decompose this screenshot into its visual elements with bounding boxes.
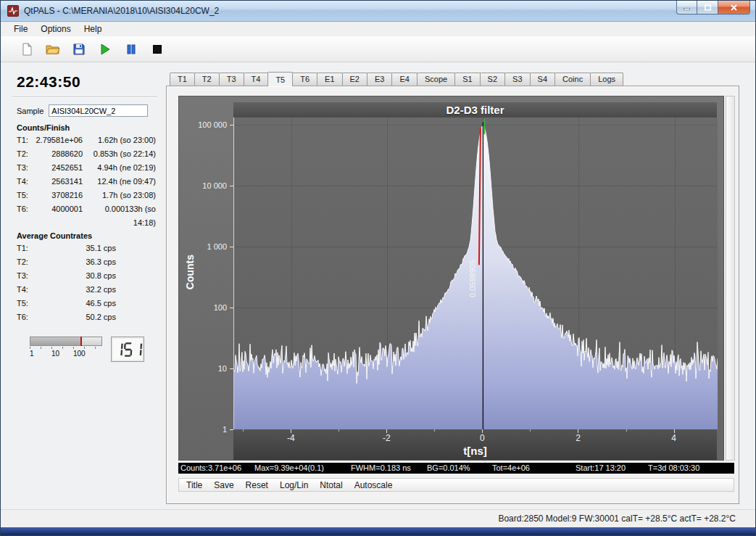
chart-xaxis: t[ns] -4-2024 — [233, 429, 717, 460]
tab-s4[interactable]: S4 — [530, 73, 555, 86]
minimize-button[interactable] — [676, 1, 697, 15]
tab-e1[interactable]: E1 — [317, 73, 342, 86]
menu-help[interactable]: Help — [78, 22, 109, 36]
x-minor-tick — [338, 429, 339, 432]
y-tick-label: 100 000 — [180, 120, 227, 129]
toolbar-save-button[interactable] — [70, 41, 88, 59]
window-controls — [676, 1, 755, 21]
counts-finish-row: T4:256314112.4h (ne 09:47) — [17, 175, 156, 189]
y-tick-label: 10 000 — [180, 181, 227, 190]
counter-counts: 2452651 — [35, 161, 83, 175]
separator — [12, 96, 157, 98]
taskbar-sliver[interactable] — [1, 527, 755, 535]
spectrum-canvas[interactable] — [234, 117, 718, 429]
y-tick-label: 10 — [180, 364, 227, 373]
counts-finish-row: T2:28886200.853h (so 22:14) — [17, 147, 156, 161]
counts-finish-row: T6:40000010.000133h (so 14:18) — [17, 202, 156, 230]
tab-t5[interactable]: T5 — [267, 72, 293, 86]
chart-row: D2-D3 filter Counts t[ns] -4-2024 110100… — [167, 86, 739, 461]
average-countrates-heading: Average Countrates — [17, 231, 156, 240]
chart-button-reset[interactable]: Reset — [241, 480, 273, 490]
tab-t2[interactable]: T2 — [194, 73, 220, 86]
menubar: FileOptionsHelp — [1, 22, 755, 36]
save-icon — [72, 43, 86, 56]
toolbar — [1, 36, 755, 62]
x-tick-label: 4 — [671, 433, 676, 443]
tab-e4[interactable]: E4 — [391, 73, 417, 86]
countrate-row: T6:50.2 cps — [17, 310, 156, 324]
tab-e3[interactable]: E3 — [367, 73, 392, 86]
chart-stat: T=3d 08:03:30 — [648, 463, 699, 472]
chart-stat: FWHM=0.183 ns — [351, 463, 411, 472]
tab-t4[interactable]: T4 — [244, 73, 269, 86]
countrate-gauge: 110100 — [30, 337, 102, 358]
x-minor-tick — [626, 429, 627, 432]
window-title: QtPALS - C:\MERANIA\2018\10\AISI304L20CW… — [24, 6, 219, 16]
countrate-label: T2: — [17, 255, 35, 269]
gauge-scale-label: 10 — [51, 350, 59, 358]
menu-file[interactable]: File — [7, 22, 34, 36]
chart-button-loglin[interactable]: Log/Lin — [275, 480, 313, 490]
average-countrates-table: T1:35.1 cpsT2:36.3 cpsT3:30.8 cpsT4:32.2… — [17, 242, 156, 324]
tab-t3[interactable]: T3 — [219, 73, 244, 86]
tab-s3[interactable]: S3 — [504, 73, 530, 86]
countrate-lcd-display — [111, 337, 144, 362]
tab-coinc[interactable]: Coinc — [554, 73, 591, 86]
countrate-value: 30.8 cps — [35, 269, 116, 283]
countrate-value: 50.2 cps — [35, 310, 116, 324]
chart-side-strip[interactable] — [726, 96, 735, 461]
menu-options[interactable]: Options — [34, 22, 77, 36]
countrate-value: 35.1 cps — [35, 242, 116, 255]
x-minor-tick — [243, 429, 244, 432]
x-tick-label: 2 — [576, 433, 581, 443]
counter-counts: 2888620 — [35, 147, 83, 161]
chart-stat: Max=9.39e+04(0.1) — [254, 463, 324, 472]
counts-finish-table: T1:2.79581e+061.62h (so 23:00)T2:2888620… — [17, 133, 156, 230]
pause-icon — [125, 43, 138, 56]
chart-button-title[interactable]: Title — [181, 480, 207, 490]
x-tick-label: 0 — [480, 433, 485, 443]
toolbar-stop-button[interactable] — [148, 41, 166, 59]
counter-eta: 1.62h (so 23:00) — [83, 133, 156, 147]
counter-counts: 4000001 — [35, 202, 83, 230]
countrate-row: T3:30.8 cps — [17, 269, 156, 283]
chart-button-ntotal[interactable]: Ntotal — [315, 480, 347, 490]
open-icon — [46, 43, 60, 56]
counter-eta: 0.853h (so 22:14) — [83, 147, 156, 161]
status-bar-text: Board:2850 Model:9 FW:30001 calT= +28.5°… — [498, 514, 736, 524]
y-tick-label: 100 — [180, 303, 227, 312]
chart-button-autoscale[interactable]: Autoscale — [349, 480, 398, 490]
sample-input[interactable] — [49, 104, 148, 117]
tab-scope[interactable]: Scope — [417, 73, 455, 86]
y-tick-mark — [230, 429, 233, 430]
titlebar[interactable]: QtPALS - C:\MERANIA\2018\10\AISI304L20CW… — [1, 1, 755, 22]
counts-finish-heading: Counts/Finish — [17, 123, 156, 132]
toolbar-pause-button[interactable] — [122, 41, 140, 59]
counter-label: T4: — [17, 175, 35, 189]
close-button[interactable] — [718, 1, 750, 15]
toolbar-new-button[interactable] — [17, 41, 36, 59]
counter-label: T3: — [17, 161, 35, 175]
stop-icon — [151, 43, 164, 56]
tab-s2[interactable]: S2 — [480, 73, 505, 86]
chart-button-save[interactable]: Save — [209, 480, 238, 490]
toolbar-open-button[interactable] — [43, 41, 62, 59]
tab-logs[interactable]: Logs — [590, 73, 623, 86]
chart-stat: Start:17 13:20 — [576, 463, 626, 472]
counts-finish-row: T1:2.79581e+061.62h (so 23:00) — [17, 133, 156, 147]
toolbar-run-button[interactable] — [96, 41, 114, 59]
countrate-value: 32.2 cps — [35, 283, 116, 297]
tab-panel: D2-D3 filter Counts t[ns] -4-2024 110100… — [166, 86, 739, 504]
minimize-icon — [683, 4, 691, 11]
countrate-row: T4:32.2 cps — [17, 283, 156, 297]
tab-t6[interactable]: T6 — [292, 73, 317, 86]
y-tick-mark — [230, 308, 233, 308]
tab-t1[interactable]: T1 — [170, 73, 195, 86]
app-icon — [7, 5, 19, 17]
y-tick-mark — [230, 125, 233, 125]
countrate-row: T5:46.5 cps — [17, 297, 156, 310]
tab-e2[interactable]: E2 — [342, 73, 367, 86]
counter-eta: 1.7h (so 23:08) — [83, 189, 156, 202]
maximize-button[interactable] — [697, 1, 718, 15]
tab-s1[interactable]: S1 — [454, 73, 480, 86]
